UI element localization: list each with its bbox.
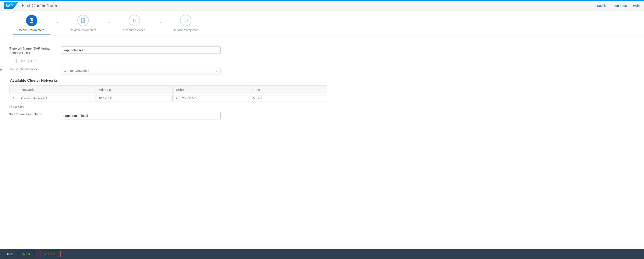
app-header: SAP First Cluster Node Tasklist Log File… — [0, 1, 644, 10]
cell-address[interactable] — [96, 95, 173, 102]
heading-file-share: File Share — [9, 105, 328, 108]
wizard-step-review-parameters[interactable]: Review Parameters — [64, 15, 102, 34]
table-row: 1 — [10, 95, 327, 102]
label-use-dhcp: Use DHCP — [20, 59, 36, 63]
cell-role[interactable] — [250, 95, 327, 102]
col-network: Network — [19, 86, 96, 94]
wizard-define-icon — [26, 15, 37, 26]
svg-marker-8 — [134, 19, 136, 22]
label-use-public-network: Use Public Network — [9, 67, 57, 72]
wizard-step-service-completed[interactable]: Service Completed — [167, 15, 204, 34]
wizard-completed-icon — [180, 15, 191, 26]
input-file-share-host[interactable] — [61, 112, 221, 120]
wizard-review-icon — [77, 15, 89, 26]
checkbox-use-dhcp[interactable] — [13, 59, 16, 63]
label-network-name: *Network Name (SAP Virtual Instance Host… — [9, 46, 57, 55]
page-title: First Cluster Node — [22, 3, 57, 8]
expand-sidebar-icon[interactable]: » — [0, 67, 2, 72]
heading-available-cluster-networks: Available Cluster Networks — [10, 78, 328, 83]
link-logfiles[interactable]: Log Files — [614, 4, 627, 8]
svg-text:SAP: SAP — [6, 4, 13, 8]
svg-rect-9 — [184, 19, 188, 22]
wizard-step-execute-service[interactable]: Execute Service — [116, 15, 153, 34]
col-address: Address — [96, 86, 173, 94]
chevron-right-icon: ››› — [160, 20, 160, 24]
chevron-right-icon: ››› — [108, 20, 109, 24]
select-use-public-network[interactable]: Cluster Network 1 — [61, 67, 221, 74]
wizard-execute-icon — [129, 15, 140, 26]
link-help[interactable]: Help — [633, 4, 640, 8]
cell-subnet[interactable] — [173, 95, 250, 102]
sap-logo: SAP — [4, 2, 18, 9]
svg-rect-7 — [82, 18, 84, 22]
link-tasklist[interactable]: Tasklist — [596, 4, 607, 8]
label-file-share-host: *File Share Host Name — [9, 112, 57, 116]
chevron-right-icon: ››› — [57, 20, 58, 24]
input-network-name[interactable] — [61, 46, 221, 54]
col-role: Role — [250, 86, 327, 94]
cell-network[interactable] — [19, 95, 96, 102]
table-cluster-networks: Network Address Subnet Role 1 — [9, 84, 328, 103]
wizard-steps: Define Parameters ››› Review Parameters … — [4, 13, 644, 36]
row-index: 1 — [10, 95, 18, 102]
col-subnet: Subnet — [173, 86, 250, 94]
wizard-step-define-parameters[interactable]: Define Parameters — [13, 15, 50, 35]
